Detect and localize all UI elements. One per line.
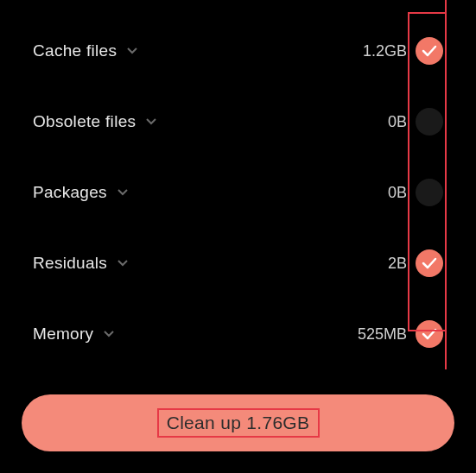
checkbox-packages[interactable] <box>416 179 443 206</box>
item-obsolete-files[interactable]: Obsolete files 0B <box>0 86 445 157</box>
cleanup-list: Cache files 1.2GB Obsolete files 0B Pack… <box>0 0 447 369</box>
item-label: Residuals <box>33 254 107 273</box>
item-size: 525MB <box>358 325 407 344</box>
checkbox-memory[interactable] <box>416 320 443 348</box>
item-size: 2B <box>388 255 407 273</box>
item-size: 0B <box>388 184 407 202</box>
chevron-down-icon[interactable] <box>117 260 128 267</box>
chevron-down-icon[interactable] <box>117 189 128 196</box>
chevron-down-icon[interactable] <box>104 331 114 337</box>
chevron-down-icon[interactable] <box>146 118 156 125</box>
item-memory[interactable]: Memory 525MB <box>0 299 445 369</box>
item-cache-files[interactable]: Cache files 1.2GB <box>0 16 445 86</box>
item-packages[interactable]: Packages 0B <box>0 157 445 228</box>
item-residuals[interactable]: Residuals 2B <box>0 228 445 299</box>
clean-up-button-label: Clean up 1.76GB <box>167 413 310 433</box>
button-container: Clean up 1.76GB <box>22 394 454 451</box>
item-label: Packages <box>33 183 107 202</box>
item-size: 0B <box>388 113 407 131</box>
checkbox-cache-files[interactable] <box>416 37 443 65</box>
checkbox-residuals[interactable] <box>416 249 443 277</box>
item-label: Memory <box>33 325 93 344</box>
item-size: 1.2GB <box>363 42 407 60</box>
item-label: Cache files <box>33 41 117 60</box>
item-label: Obsolete files <box>33 112 136 131</box>
clean-up-button[interactable]: Clean up 1.76GB <box>22 394 454 451</box>
chevron-down-icon[interactable] <box>127 47 137 54</box>
checkbox-obsolete-files[interactable] <box>416 108 443 136</box>
